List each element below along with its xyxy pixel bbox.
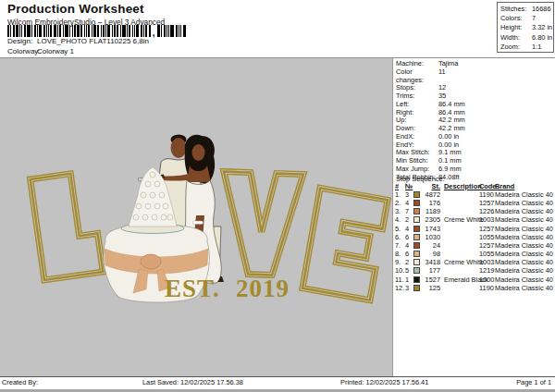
cell-brand: Madeira Classic 40 (495, 190, 554, 199)
cell-swatch (413, 207, 423, 215)
stop-sequence-header: #№St.DescriptionCodeBrand (395, 182, 554, 190)
machine-info-row: Color changes:11 (396, 68, 554, 85)
barcode-bar (136, 25, 139, 37)
machine-info-row: Right:86.4 mm (396, 109, 554, 117)
cell-stitches: 1030 (423, 233, 441, 241)
barcode-bar (80, 25, 82, 37)
cell-stitches: 176 (423, 199, 441, 207)
cell-stitches: 4872 (423, 190, 441, 199)
stats-row: Zoom:1:1 (500, 43, 553, 52)
barcode-bar (97, 25, 99, 37)
design-label: Design: (7, 37, 37, 45)
cell-stitches: 1527 (423, 276, 441, 284)
barcode-bar (164, 25, 166, 37)
table-row: 8.6981055Madeira Classic 40 (395, 250, 554, 258)
cell-code: 1219 (479, 266, 495, 275)
barcode-bar (43, 25, 45, 37)
cell-needle: 2 (405, 258, 413, 266)
cell-needle: 7 (405, 207, 413, 215)
cell-index: 2. (395, 199, 405, 207)
barcode-bar (161, 25, 162, 37)
colorway-label: Colorway: (7, 47, 37, 55)
col-header-code: Code (479, 182, 495, 190)
machine-info-value: 11 (438, 68, 446, 85)
barcode-bar (59, 25, 61, 37)
cell-needle: 4 (405, 199, 413, 207)
barcode-bar (103, 25, 105, 37)
cell-brand: Madeira Classic 40 (495, 276, 554, 284)
cell-brand: Madeira Classic 40 (495, 284, 554, 292)
barcode-bar (48, 25, 49, 37)
table-row: 7.4241257Madeira Classic 40 (395, 241, 554, 250)
thread-color-swatch (413, 251, 420, 257)
barcode-bar (13, 25, 15, 37)
barcode-bar (86, 25, 87, 37)
barcode-bar (157, 25, 160, 37)
thread-color-swatch (413, 226, 420, 232)
footer-printed: Printed: 12/02/2025 17.56.41 (340, 378, 428, 386)
cell-index: 1. (395, 190, 405, 199)
machine-info-row: Up:42.2 mm (396, 116, 554, 125)
cell-needle: 5 (405, 266, 413, 275)
barcode-bar (19, 25, 20, 37)
barcode-bar (179, 25, 179, 37)
barcode-bar (101, 25, 102, 37)
cell-index: 7. (395, 241, 405, 250)
page-title: Production Worksheet (7, 2, 144, 16)
barcode-bar (54, 25, 56, 37)
design-preview-area: EST. 2019 (0, 57, 392, 376)
cell-stitches: 3418 (423, 258, 441, 266)
cell-needle: 2 (405, 215, 413, 224)
barcode: , (7, 25, 186, 37)
table-row: 5.417431257Madeira Classic 40 (395, 225, 554, 233)
colorway-value: Colorway 1 (37, 47, 74, 55)
cell-swatch (413, 215, 423, 224)
design-name-row: Design: LOVE_PHOTO FLAT110225 6,8in (7, 37, 149, 45)
cell-index: 3. (395, 207, 405, 215)
stat-value: 3.32 in (532, 23, 552, 32)
thread-color-swatch (413, 208, 420, 214)
table-row: 10.51771219Madeira Classic 40 (395, 266, 554, 275)
cell-brand: Madeira Classic 40 (495, 233, 554, 241)
barcode-bar (16, 25, 18, 37)
table-row: 4.22305Crème White1003Madeira Classic 40 (395, 215, 554, 224)
cell-swatch (413, 276, 423, 284)
barcode-bar (120, 25, 121, 37)
stat-value: 7 (532, 14, 536, 23)
machine-info-row: Stops:12 (396, 84, 554, 92)
cell-needle: 3 (405, 284, 413, 292)
table-row: 12.31251190Madeira Classic 40 (395, 284, 554, 292)
col-header-swatch-spacer (413, 182, 423, 190)
stats-row: Colors:7 (500, 14, 553, 23)
bride-face (192, 144, 205, 161)
cell-description: Crème White (441, 215, 479, 224)
footer-created-by: Created By: (2, 378, 38, 386)
table-row: 6.610301055Madeira Classic 40 (395, 233, 554, 241)
stop-sequence-rows: 1.348721190Madeira Classic 402.41761257M… (395, 190, 554, 292)
machine-info-list: Machine:TajimaColor changes:11Stops:12Tr… (396, 60, 554, 181)
barcode-bar (21, 25, 22, 37)
cell-stitches: 2305 (423, 215, 441, 224)
stat-value: 1:1 (532, 43, 541, 52)
barcode-bar (143, 25, 144, 37)
barcode-bar (180, 25, 181, 37)
cell-code: 1003 (479, 258, 495, 266)
cell-needle: 6 (405, 250, 413, 258)
stat-label: Width: (500, 33, 532, 43)
barcode-bar (112, 25, 113, 37)
machine-info-row: EndX:0.00 in (396, 133, 554, 141)
cell-code: 1257 (479, 241, 495, 250)
machine-info-row: Trims:35 (396, 92, 554, 101)
cell-brand: Madeira Classic 40 (495, 266, 554, 275)
stat-label: Height: (500, 23, 532, 32)
cell-brand: Madeira Classic 40 (495, 215, 554, 224)
table-row: 11.11527Emerald Black1000Madeira Classic… (395, 276, 554, 284)
cell-index: 9. (395, 258, 405, 266)
cell-brand: Madeira Classic 40 (495, 258, 554, 266)
footer-last-saved: Last Saved: 12/02/2025 17.56.38 (142, 378, 243, 386)
cell-swatch (413, 199, 423, 207)
est-left-text: EST. (165, 275, 220, 302)
cell-swatch (413, 258, 423, 266)
machine-info-label: Color changes: (396, 68, 438, 85)
cell-code: 1055 (479, 250, 495, 258)
